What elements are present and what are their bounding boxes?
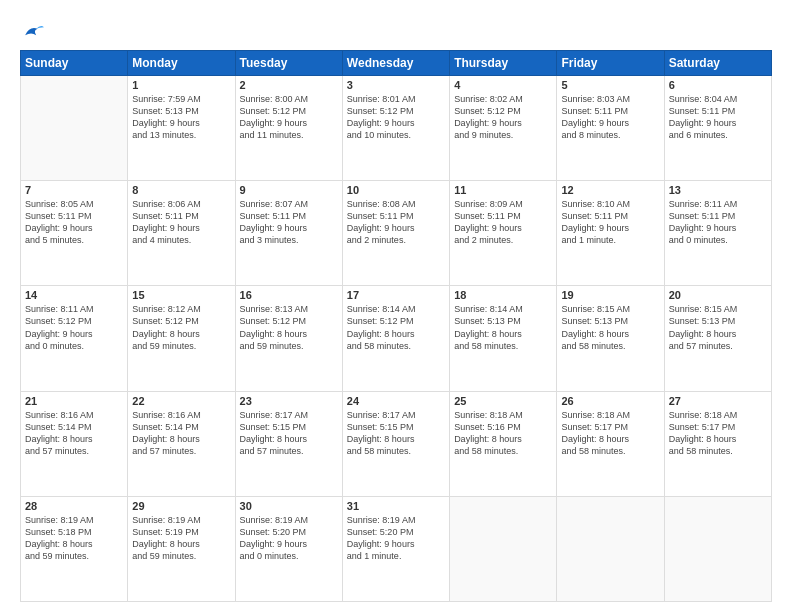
page: SundayMondayTuesdayWednesdayThursdayFrid… — [0, 0, 792, 612]
calendar-cell: 2Sunrise: 8:00 AM Sunset: 5:12 PM Daylig… — [235, 75, 342, 180]
day-number: 17 — [347, 289, 445, 301]
day-number: 27 — [669, 395, 767, 407]
day-number: 19 — [561, 289, 659, 301]
day-number: 16 — [240, 289, 338, 301]
header — [20, 18, 772, 42]
calendar-cell — [450, 496, 557, 601]
calendar-cell: 13Sunrise: 8:11 AM Sunset: 5:11 PM Dayli… — [664, 181, 771, 286]
day-number: 22 — [132, 395, 230, 407]
weekday-header-sunday: Sunday — [21, 50, 128, 75]
calendar-cell — [664, 496, 771, 601]
day-info: Sunrise: 8:15 AM Sunset: 5:13 PM Dayligh… — [561, 303, 659, 352]
day-info: Sunrise: 8:16 AM Sunset: 5:14 PM Dayligh… — [132, 409, 230, 458]
calendar-cell: 17Sunrise: 8:14 AM Sunset: 5:12 PM Dayli… — [342, 286, 449, 391]
calendar-cell: 18Sunrise: 8:14 AM Sunset: 5:13 PM Dayli… — [450, 286, 557, 391]
calendar-cell — [557, 496, 664, 601]
calendar-table: SundayMondayTuesdayWednesdayThursdayFrid… — [20, 50, 772, 602]
day-number: 3 — [347, 79, 445, 91]
day-info: Sunrise: 8:17 AM Sunset: 5:15 PM Dayligh… — [347, 409, 445, 458]
calendar-cell: 1Sunrise: 7:59 AM Sunset: 5:13 PM Daylig… — [128, 75, 235, 180]
day-info: Sunrise: 8:00 AM Sunset: 5:12 PM Dayligh… — [240, 93, 338, 142]
calendar-cell: 5Sunrise: 8:03 AM Sunset: 5:11 PM Daylig… — [557, 75, 664, 180]
calendar-cell: 29Sunrise: 8:19 AM Sunset: 5:19 PM Dayli… — [128, 496, 235, 601]
logo-bird-icon — [22, 24, 44, 40]
day-info: Sunrise: 8:06 AM Sunset: 5:11 PM Dayligh… — [132, 198, 230, 247]
day-info: Sunrise: 8:08 AM Sunset: 5:11 PM Dayligh… — [347, 198, 445, 247]
day-number: 30 — [240, 500, 338, 512]
day-info: Sunrise: 8:09 AM Sunset: 5:11 PM Dayligh… — [454, 198, 552, 247]
day-info: Sunrise: 8:18 AM Sunset: 5:17 PM Dayligh… — [669, 409, 767, 458]
day-number: 8 — [132, 184, 230, 196]
day-number: 31 — [347, 500, 445, 512]
day-info: Sunrise: 8:18 AM Sunset: 5:17 PM Dayligh… — [561, 409, 659, 458]
calendar-cell: 25Sunrise: 8:18 AM Sunset: 5:16 PM Dayli… — [450, 391, 557, 496]
day-info: Sunrise: 8:15 AM Sunset: 5:13 PM Dayligh… — [669, 303, 767, 352]
calendar-cell: 8Sunrise: 8:06 AM Sunset: 5:11 PM Daylig… — [128, 181, 235, 286]
day-number: 13 — [669, 184, 767, 196]
calendar-cell: 24Sunrise: 8:17 AM Sunset: 5:15 PM Dayli… — [342, 391, 449, 496]
day-info: Sunrise: 8:10 AM Sunset: 5:11 PM Dayligh… — [561, 198, 659, 247]
day-info: Sunrise: 8:01 AM Sunset: 5:12 PM Dayligh… — [347, 93, 445, 142]
weekday-header-friday: Friday — [557, 50, 664, 75]
day-number: 15 — [132, 289, 230, 301]
day-info: Sunrise: 8:19 AM Sunset: 5:19 PM Dayligh… — [132, 514, 230, 563]
day-info: Sunrise: 8:02 AM Sunset: 5:12 PM Dayligh… — [454, 93, 552, 142]
calendar-cell: 21Sunrise: 8:16 AM Sunset: 5:14 PM Dayli… — [21, 391, 128, 496]
calendar-cell: 26Sunrise: 8:18 AM Sunset: 5:17 PM Dayli… — [557, 391, 664, 496]
day-number: 29 — [132, 500, 230, 512]
day-info: Sunrise: 8:03 AM Sunset: 5:11 PM Dayligh… — [561, 93, 659, 142]
calendar-week-row: 28Sunrise: 8:19 AM Sunset: 5:18 PM Dayli… — [21, 496, 772, 601]
day-number: 6 — [669, 79, 767, 91]
day-number: 9 — [240, 184, 338, 196]
day-number: 21 — [25, 395, 123, 407]
calendar-cell: 11Sunrise: 8:09 AM Sunset: 5:11 PM Dayli… — [450, 181, 557, 286]
logo — [20, 22, 42, 42]
day-info: Sunrise: 8:19 AM Sunset: 5:18 PM Dayligh… — [25, 514, 123, 563]
day-number: 25 — [454, 395, 552, 407]
day-number: 23 — [240, 395, 338, 407]
calendar-cell: 10Sunrise: 8:08 AM Sunset: 5:11 PM Dayli… — [342, 181, 449, 286]
calendar-cell: 16Sunrise: 8:13 AM Sunset: 5:12 PM Dayli… — [235, 286, 342, 391]
calendar-cell: 22Sunrise: 8:16 AM Sunset: 5:14 PM Dayli… — [128, 391, 235, 496]
day-info: Sunrise: 8:18 AM Sunset: 5:16 PM Dayligh… — [454, 409, 552, 458]
calendar-week-row: 14Sunrise: 8:11 AM Sunset: 5:12 PM Dayli… — [21, 286, 772, 391]
day-number: 26 — [561, 395, 659, 407]
weekday-header-thursday: Thursday — [450, 50, 557, 75]
day-number: 12 — [561, 184, 659, 196]
day-info: Sunrise: 7:59 AM Sunset: 5:13 PM Dayligh… — [132, 93, 230, 142]
day-info: Sunrise: 8:07 AM Sunset: 5:11 PM Dayligh… — [240, 198, 338, 247]
calendar-cell: 12Sunrise: 8:10 AM Sunset: 5:11 PM Dayli… — [557, 181, 664, 286]
day-info: Sunrise: 8:04 AM Sunset: 5:11 PM Dayligh… — [669, 93, 767, 142]
calendar-cell: 28Sunrise: 8:19 AM Sunset: 5:18 PM Dayli… — [21, 496, 128, 601]
day-number: 4 — [454, 79, 552, 91]
day-info: Sunrise: 8:12 AM Sunset: 5:12 PM Dayligh… — [132, 303, 230, 352]
day-number: 10 — [347, 184, 445, 196]
day-number: 18 — [454, 289, 552, 301]
weekday-header-monday: Monday — [128, 50, 235, 75]
day-number: 20 — [669, 289, 767, 301]
calendar-cell: 6Sunrise: 8:04 AM Sunset: 5:11 PM Daylig… — [664, 75, 771, 180]
day-number: 2 — [240, 79, 338, 91]
day-number: 14 — [25, 289, 123, 301]
day-info: Sunrise: 8:19 AM Sunset: 5:20 PM Dayligh… — [347, 514, 445, 563]
calendar-cell — [21, 75, 128, 180]
calendar-week-row: 7Sunrise: 8:05 AM Sunset: 5:11 PM Daylig… — [21, 181, 772, 286]
calendar-cell: 20Sunrise: 8:15 AM Sunset: 5:13 PM Dayli… — [664, 286, 771, 391]
day-info: Sunrise: 8:14 AM Sunset: 5:12 PM Dayligh… — [347, 303, 445, 352]
calendar-cell: 27Sunrise: 8:18 AM Sunset: 5:17 PM Dayli… — [664, 391, 771, 496]
day-info: Sunrise: 8:16 AM Sunset: 5:14 PM Dayligh… — [25, 409, 123, 458]
calendar-cell: 4Sunrise: 8:02 AM Sunset: 5:12 PM Daylig… — [450, 75, 557, 180]
weekday-header-row: SundayMondayTuesdayWednesdayThursdayFrid… — [21, 50, 772, 75]
calendar-week-row: 21Sunrise: 8:16 AM Sunset: 5:14 PM Dayli… — [21, 391, 772, 496]
day-info: Sunrise: 8:17 AM Sunset: 5:15 PM Dayligh… — [240, 409, 338, 458]
calendar-week-row: 1Sunrise: 7:59 AM Sunset: 5:13 PM Daylig… — [21, 75, 772, 180]
day-number: 7 — [25, 184, 123, 196]
day-info: Sunrise: 8:11 AM Sunset: 5:12 PM Dayligh… — [25, 303, 123, 352]
day-number: 11 — [454, 184, 552, 196]
calendar-cell: 3Sunrise: 8:01 AM Sunset: 5:12 PM Daylig… — [342, 75, 449, 180]
calendar-cell: 14Sunrise: 8:11 AM Sunset: 5:12 PM Dayli… — [21, 286, 128, 391]
day-number: 1 — [132, 79, 230, 91]
weekday-header-tuesday: Tuesday — [235, 50, 342, 75]
weekday-header-saturday: Saturday — [664, 50, 771, 75]
weekday-header-wednesday: Wednesday — [342, 50, 449, 75]
